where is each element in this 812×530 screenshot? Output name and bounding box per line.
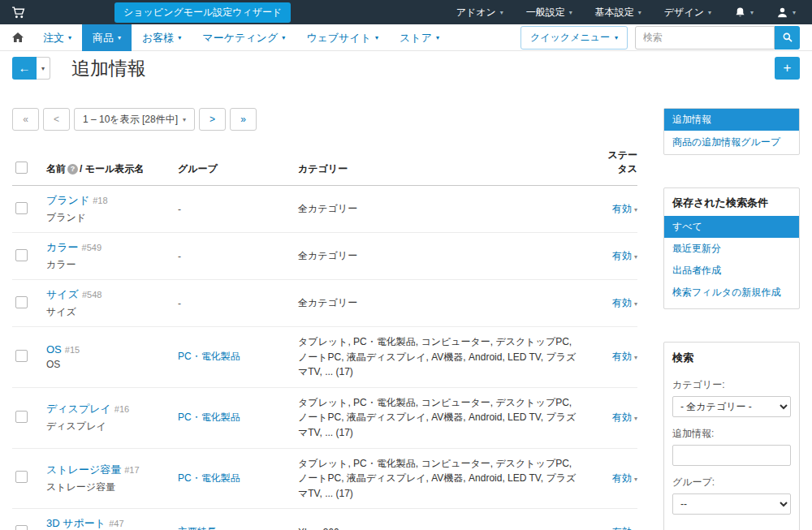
feature-name-link[interactable]: 3D サポート	[46, 517, 106, 529]
saved-searches-title: 保存された検索条件	[664, 188, 799, 216]
pagination-next-button[interactable]: >	[199, 108, 226, 131]
back-button[interactable]: ←	[12, 57, 37, 80]
add-feature-button[interactable]: +	[775, 57, 800, 80]
chevron-down-icon: ▾	[750, 9, 754, 16]
topbar-menu: アドオン▾ 一般設定▾ 基本設定▾ デザイン▾ ▾ ▾	[456, 6, 796, 19]
row-checkbox[interactable]	[15, 525, 28, 530]
row-checkbox[interactable]	[15, 471, 28, 483]
category-filter-select[interactable]: - 全カテゴリー -	[672, 396, 791, 417]
nav-item-products[interactable]: 商品▾	[82, 24, 132, 51]
help-icon[interactable]: ?	[67, 164, 78, 175]
status-dropdown[interactable]: 有効▾	[612, 297, 637, 308]
topbar-menu-addons[interactable]: アドオン▾	[456, 6, 503, 19]
cart-icon[interactable]	[11, 6, 25, 19]
feature-filter-input[interactable]	[672, 445, 791, 466]
feature-categories: タブレット, PC・電化製品, コンピューター, デスクトップPC, ノートPC…	[298, 336, 576, 377]
nav-item-orders[interactable]: 注文▾	[32, 24, 82, 51]
chevron-down-icon: ▾	[183, 116, 186, 123]
nav-item-customers[interactable]: お客様▾	[132, 24, 192, 51]
feature-categories: 全カテゴリー	[298, 250, 357, 261]
feature-categories: Xbox 360	[298, 527, 339, 530]
saved-search-vendor[interactable]: 出品者作成	[664, 260, 799, 282]
pagination-prev-button[interactable]: <	[43, 108, 70, 131]
status-dropdown[interactable]: 有効▾	[612, 472, 637, 484]
topbar-menu-basic-settings[interactable]: 基本設定▾	[595, 6, 641, 19]
row-checkbox[interactable]	[15, 202, 28, 214]
nav-item-website[interactable]: ウェブサイト▾	[296, 24, 389, 51]
mall-setup-wizard-button[interactable]: ショッピングモール設定ウィザード	[114, 2, 291, 23]
chevron-left-icon: <	[54, 114, 59, 125]
category-filter-label: カテゴリー:	[672, 378, 791, 392]
chevron-down-icon: ▾	[68, 24, 71, 51]
topbar-menu-general-settings[interactable]: 一般設定▾	[526, 6, 572, 19]
feature-group-link[interactable]: 主要特長	[178, 526, 217, 530]
features-panel: 追加情報 商品の追加情報グループ	[663, 108, 800, 155]
row-checkbox[interactable]	[15, 350, 28, 362]
status-dropdown[interactable]: 有効▾	[612, 526, 637, 530]
chevron-down-icon: ▾	[793, 9, 796, 16]
saved-searches-list: すべて 最近更新分 出品者作成 検索フィルタの新規作成	[664, 216, 799, 308]
saved-searches-panel: 保存された検索条件 すべて 最近更新分 出品者作成 検索フィルタの新規作成	[663, 187, 800, 309]
feature-group-link[interactable]: PC・電化製品	[178, 472, 240, 484]
search-panel: 検索 カテゴリー: - 全カテゴリー - 追加情報: グループ: -- 検索 詳…	[663, 342, 800, 530]
nav-marketing-label: マーケティング	[202, 24, 278, 51]
feature-group-link[interactable]: PC・電化製品	[178, 412, 240, 423]
chevron-down-icon: ▾	[634, 415, 637, 422]
select-all-checkbox[interactable]	[15, 162, 28, 174]
table-row: 3D サポート#473D サポート 主要特長 Xbox 360 有効▾	[12, 509, 637, 530]
search-panel-title: 検索	[672, 351, 791, 368]
group-filter-select[interactable]: --	[672, 493, 791, 515]
nav-item-marketing[interactable]: マーケティング▾	[192, 24, 296, 51]
table-row: カラー#549カラー - 全カテゴリー 有効▾	[12, 233, 637, 280]
chevron-down-icon: ▾	[634, 253, 637, 261]
search-input[interactable]	[635, 26, 775, 50]
back-dropdown-toggle[interactable]: ▾	[37, 57, 50, 80]
feature-name-link[interactable]: ディスプレイ	[46, 403, 111, 415]
row-checkbox[interactable]	[15, 411, 28, 423]
pagination-range-dropdown[interactable]: 1 – 10を表示 [28件中]▾	[74, 108, 195, 131]
feature-name-link[interactable]: OS	[46, 343, 62, 355]
status-dropdown[interactable]: 有効▾	[612, 351, 637, 362]
status-dropdown[interactable]: 有効▾	[612, 250, 637, 261]
row-checkbox[interactable]	[15, 296, 28, 308]
feature-name-link[interactable]: ブランド	[46, 194, 89, 206]
home-icon[interactable]	[11, 31, 24, 44]
feature-name-link[interactable]: ストレージ容量	[46, 463, 121, 476]
status-label: 有効	[612, 250, 632, 261]
saved-search-recent[interactable]: 最近更新分	[664, 238, 799, 260]
quick-menu-button[interactable]: クイックメニュー▾	[520, 26, 628, 50]
chevron-down-icon: ▾	[500, 9, 503, 16]
nav-search	[635, 26, 800, 50]
pagination: « < 1 – 10を表示 [28件中]▾ > »	[12, 108, 637, 131]
nav-item-store[interactable]: ストア▾	[389, 24, 450, 51]
pagination-first-button[interactable]: «	[12, 108, 39, 131]
search-button[interactable]	[775, 26, 800, 50]
account-menu[interactable]: ▾	[776, 6, 796, 19]
table-header: 名前?/ モール表示名 グループ カテゴリー ステータス	[12, 144, 637, 186]
nav-products-label: 商品	[93, 24, 114, 51]
feature-name-link[interactable]: カラー	[46, 241, 79, 253]
pagination-range-label: 1 – 10を表示 [28件中]	[83, 113, 178, 127]
topbar-menu-design[interactable]: デザイン▾	[664, 6, 711, 19]
row-checkbox[interactable]	[15, 249, 28, 261]
notifications-menu[interactable]: ▾	[734, 6, 754, 19]
pagination-last-button[interactable]: »	[230, 108, 257, 131]
create-search-filter-link[interactable]: 検索フィルタの新規作成	[664, 282, 799, 304]
status-label: 有効	[612, 297, 632, 308]
feature-categories: タブレット, PC・電化製品, コンピューター, デスクトップPC, ノートPC…	[298, 397, 576, 438]
chevron-down-icon: ▾	[375, 24, 378, 51]
feature-group-link[interactable]: PC・電化製品	[178, 351, 240, 362]
table-row: OS#15OS PC・電化製品 タブレット, PC・電化製品, コンピューター,…	[12, 327, 637, 388]
table-row: サイズ#548サイズ - 全カテゴリー 有効▾	[12, 280, 637, 327]
saved-search-all[interactable]: すべて	[664, 216, 799, 238]
status-dropdown[interactable]: 有効▾	[612, 203, 637, 214]
chevron-down-icon: ▾	[634, 476, 637, 483]
chevron-down-icon: ▾	[41, 65, 45, 72]
double-chevron-left-icon: «	[23, 114, 28, 125]
status-dropdown[interactable]: 有効▾	[612, 412, 637, 423]
feature-name-link[interactable]: サイズ	[46, 288, 79, 300]
feature-groups-link[interactable]: 商品の追加情報グループ	[672, 136, 780, 148]
search-icon	[782, 32, 793, 43]
chevron-down-icon: ▾	[634, 206, 637, 213]
table-row: ディスプレイ#16ディスプレイ PC・電化製品 タブレット, PC・電化製品, …	[12, 388, 637, 449]
